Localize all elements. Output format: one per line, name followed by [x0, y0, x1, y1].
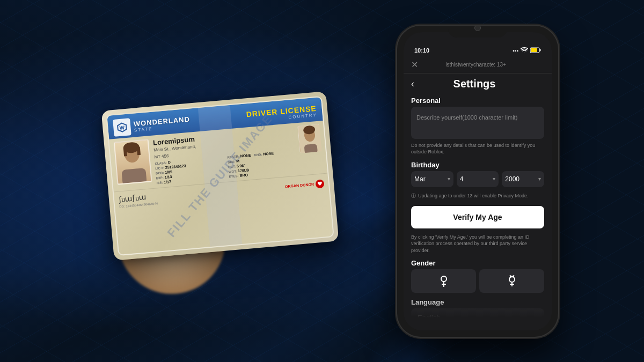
settings-title: Settings	[420, 78, 529, 90]
birthday-day-value: 4	[460, 175, 464, 183]
phone-notch	[448, 26, 507, 38]
birthday-row: Mar ▾ 4 ▾ 2000 ▾	[404, 171, 552, 187]
status-icons: ▪▪▪	[513, 47, 541, 54]
app-header-title: isthistwentycharacte: 13+	[445, 62, 506, 68]
organ-donor-badge: ORGAN DONOR	[284, 179, 324, 190]
phone-container: 10:10 ▪▪▪	[397, 26, 558, 337]
card-signature-area: ʃuɯʃuɯ DD: 123455446456464544	[118, 190, 158, 208]
signal-icon: ▪▪▪	[513, 48, 518, 54]
svg-rect-2	[121, 168, 147, 183]
gender-row	[404, 269, 552, 296]
birthday-year-chevron: ▾	[538, 176, 541, 182]
verify-note: By clicking 'Verify My Age,' you will be…	[404, 231, 552, 257]
settings-header: ‹ Settings	[404, 73, 552, 92]
card-state-info: WONDERLAND STATE	[133, 115, 191, 132]
card-logo: W	[113, 118, 131, 137]
verify-age-label: Verify My Age	[453, 213, 502, 221]
svg-text:W: W	[119, 124, 125, 131]
card-info: Loremipsum Main St., Wonderland, MT 456 …	[152, 126, 297, 184]
describe-yourself-field[interactable]: Describe yourself(1000 character limit)	[411, 107, 544, 139]
back-button[interactable]: ‹	[411, 78, 414, 90]
male-icon	[438, 275, 449, 287]
id-card-inner: Fill the guide image W WONDERLAND STATE	[106, 95, 334, 255]
organ-donor-heart	[315, 179, 324, 188]
birthday-month-value: Mar	[414, 175, 426, 183]
birthday-year-select[interactable]: 2000 ▾	[502, 171, 544, 187]
verify-age-button[interactable]: Verify My Age	[411, 206, 544, 228]
main-content: Fill the guide image W WONDERLAND STATE	[0, 0, 644, 362]
phone-frame: 10:10 ▪▪▪	[397, 26, 558, 337]
wifi-icon	[521, 47, 528, 54]
birthday-month-chevron: ▾	[448, 176, 450, 182]
birthday-year-value: 2000	[505, 175, 519, 183]
app-header: ✕ isthistwentycharacte: 13+	[404, 56, 552, 73]
svg-rect-12	[531, 48, 537, 52]
id-card-area: Fill the guide image W WONDERLAND STATE	[86, 69, 354, 294]
close-button[interactable]: ✕	[411, 60, 418, 70]
screen-bottom-fade	[404, 298, 552, 330]
gender-male-button[interactable]	[411, 269, 476, 293]
gender-nonbinary-button[interactable]	[479, 269, 544, 293]
personal-section-label: Personal	[404, 92, 552, 107]
birthday-day-chevron: ▾	[493, 176, 495, 182]
phone-front-camera	[474, 26, 481, 31]
svg-rect-5	[137, 146, 141, 154]
card-photo	[114, 139, 152, 184]
nonbinary-icon	[506, 275, 518, 287]
card-title-area: Driver License COUNTRY	[246, 104, 317, 123]
birthday-day-select[interactable]: 4 ▾	[457, 171, 499, 187]
phone-screen: 10:10 ▪▪▪	[404, 32, 552, 330]
describe-placeholder: Describe yourself(1000 character limit)	[416, 114, 517, 121]
info-icon: ⓘ	[411, 193, 416, 200]
battery-icon	[530, 47, 541, 54]
privacy-note: Do not provide any details that can be u…	[404, 139, 552, 159]
id-card: Fill the guide image W WONDERLAND STATE	[101, 91, 339, 261]
birthday-label: Birthday	[404, 159, 552, 171]
age-note-text: Updating age to under 13 will enable Pri…	[418, 193, 529, 198]
svg-point-13	[441, 276, 447, 282]
phone-power-button	[558, 90, 560, 117]
card-small-photo	[297, 124, 321, 152]
svg-point-16	[509, 277, 515, 282]
status-time: 10:10	[414, 47, 429, 54]
organ-donor-text: ORGAN DONOR	[285, 182, 314, 188]
svg-rect-11	[540, 49, 541, 51]
age-note: ⓘ Updating age to under 13 will enable P…	[404, 190, 552, 204]
birthday-month-select[interactable]: Mar ▾	[411, 171, 453, 187]
gender-label: Gender	[404, 257, 552, 269]
